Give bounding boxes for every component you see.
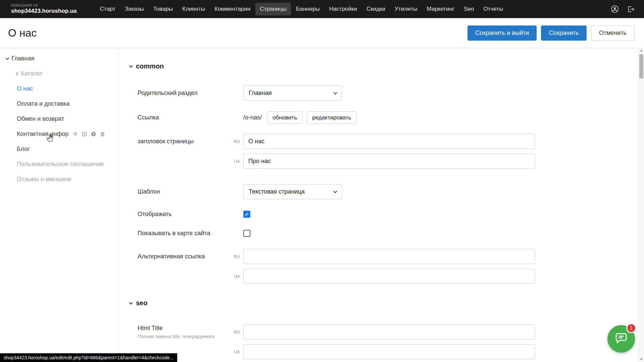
browser-status-link: shop34423.horoshop.ua/edit/edit.php?id=6… xyxy=(0,353,177,362)
parent-section-value: Главная xyxy=(249,90,272,97)
edit-link-button[interactable]: редактировать xyxy=(307,111,356,124)
sidebar-item-polzovatelskoe-soglashenie[interactable]: Пользовательское соглашение xyxy=(0,157,118,172)
html-title-label-block: Html Title Полная замена title, генериру… xyxy=(138,325,232,339)
field-page-title-ua: UA xyxy=(138,154,638,169)
save-and-exit-button[interactable]: Сохранить и выйти xyxy=(467,25,537,41)
page-header: О нас Сохранить и выйти Сохранить Отмени… xyxy=(0,18,644,48)
sidebar-item-label: О нас xyxy=(17,85,33,92)
chat-bubble-icon xyxy=(614,331,628,346)
alt-link-label: Альтернативная ссылка xyxy=(138,253,232,260)
chevron-down-icon xyxy=(129,301,133,304)
sidebar-item-otzyvy-o-magazine[interactable]: Отзывы о магазине xyxy=(0,172,118,187)
sidebar-item-label: Каталог xyxy=(21,70,43,77)
html-title-ru-input[interactable] xyxy=(243,324,535,340)
logout-icon[interactable] xyxy=(627,5,635,13)
delete-trash-icon[interactable] xyxy=(100,131,105,137)
sidebar-item-obmen-vozvrat[interactable]: Обмен и возврат xyxy=(0,111,118,126)
html-title-ua-input[interactable] xyxy=(243,344,535,359)
lang-badge-ru: RU xyxy=(232,329,243,334)
sidebar-item-o-nas[interactable]: О нас xyxy=(0,81,118,96)
sidebar-item-label: Обмен и возврат xyxy=(17,115,64,122)
refresh-link-button[interactable]: обновить xyxy=(267,111,302,124)
sidebar-item-katalog[interactable]: Каталог xyxy=(0,66,118,81)
menu-item-marketing[interactable]: Маркетинг xyxy=(423,3,459,15)
section-seo-toggle[interactable]: seo xyxy=(130,299,638,307)
add-page-icon[interactable] xyxy=(82,131,87,137)
menu-item-reports[interactable]: Отчеты xyxy=(479,3,507,15)
field-sitemap: Показывать в карте сайта xyxy=(138,230,638,237)
template-value: Текстовая страница xyxy=(249,188,305,195)
logo-domain-label: shop34423.horoshop.ua xyxy=(11,8,77,14)
top-nav-bar: HOROSHOP V4 shop34423.horoshop.ua Старт … xyxy=(0,0,644,18)
page-edit-form: common Родительский раздел Главная Ссылк… xyxy=(119,48,638,362)
sidebar-item-label: Пользовательское соглашение xyxy=(17,161,104,168)
page-title-ua-input[interactable] xyxy=(243,154,535,169)
field-template: Шаблон Текстовая страница xyxy=(138,184,638,199)
page-title-ru-input[interactable] xyxy=(243,134,535,149)
section-seo-title: seo xyxy=(136,299,147,307)
template-select[interactable]: Текстовая страница xyxy=(243,184,342,199)
page-title: О нас xyxy=(8,27,37,39)
menu-item-settings[interactable]: Настройки xyxy=(325,3,361,15)
alt-link-ru-input[interactable] xyxy=(243,249,535,264)
sidebar-item-blog[interactable]: Блог xyxy=(0,142,118,157)
pages-tree-sidebar: Главная Каталог О нас Оплата и доставка … xyxy=(0,48,118,362)
menu-item-comments[interactable]: Комментарии xyxy=(210,3,255,15)
expand-chevron-down-icon[interactable] xyxy=(3,58,11,59)
field-parent-section: Родительский раздел Главная xyxy=(138,86,638,101)
menu-item-pages[interactable]: Страницы xyxy=(255,3,291,15)
sidebar-item-label: Главная xyxy=(11,55,35,62)
sidebar-item-label: Контактная инфор xyxy=(17,131,68,138)
content-top-shadow xyxy=(0,48,638,49)
sitemap-label: Показывать в карте сайта xyxy=(138,230,232,237)
lang-badge-ua: UA xyxy=(232,159,243,164)
user-account-icon[interactable] xyxy=(611,5,619,13)
field-display: Отображать ✓ xyxy=(138,211,638,218)
sidebar-item-oplata-dostavka[interactable]: Оплата и доставка xyxy=(0,96,118,111)
lang-badge-ru: RU xyxy=(232,139,243,144)
section-common-title: common xyxy=(136,62,164,70)
tree-row-actions xyxy=(72,131,105,137)
lang-badge-ua: UA xyxy=(232,274,243,279)
cancel-button[interactable]: Отменить xyxy=(591,25,635,41)
header-buttons: Сохранить и выйти Сохранить Отменить xyxy=(467,25,635,41)
sidebar-item-glavnaya[interactable]: Главная xyxy=(0,51,118,66)
html-title-hint: Полная замена title, генерируемого xyxy=(138,334,232,339)
menu-item-discounts[interactable]: Скидки xyxy=(362,3,390,15)
chevron-down-icon xyxy=(333,189,337,193)
scroll-up-arrow-icon[interactable]: ▲ xyxy=(639,48,644,53)
scrollbar-thumb[interactable] xyxy=(639,54,643,79)
field-page-title-ru: заголовок страницы RU xyxy=(138,134,638,149)
menu-item-seo[interactable]: Seo xyxy=(459,3,478,15)
main-menu: Старт Заказы Товары Клиенты Комментарии … xyxy=(96,3,607,15)
app-logo[interactable]: HOROSHOP V4 shop34423.horoshop.ua xyxy=(11,4,77,14)
field-alt-link-ua: UA xyxy=(138,269,638,284)
parent-section-select[interactable]: Главная xyxy=(243,86,342,101)
menu-item-banners[interactable]: Баннеры xyxy=(292,3,324,15)
field-html-title-ua: UA xyxy=(138,344,638,359)
menu-item-clients[interactable]: Клиенты xyxy=(178,3,209,15)
settings-gear-icon[interactable] xyxy=(91,131,96,137)
field-html-title-ru: Html Title Полная замена title, генериру… xyxy=(138,324,638,340)
link-label: Ссылка xyxy=(138,114,232,121)
menu-item-products[interactable]: Товары xyxy=(149,3,177,15)
scroll-down-arrow-icon[interactable]: ▼ xyxy=(639,357,644,362)
sidebar-item-kontaktnaya-informaciya[interactable]: Контактная инфор xyxy=(0,126,118,142)
menu-item-start[interactable]: Старт xyxy=(96,3,120,15)
chevron-down-icon xyxy=(333,91,337,94)
display-label: Отображать xyxy=(138,211,232,218)
menu-item-orders[interactable]: Заказы xyxy=(120,3,148,15)
vertical-scrollbar[interactable]: ▲ ▼ xyxy=(638,48,644,362)
alt-link-ua-input[interactable] xyxy=(243,269,535,284)
sitemap-checkbox[interactable] xyxy=(243,230,250,237)
chat-widget-button[interactable]: 1 xyxy=(607,325,635,353)
menu-item-utilities[interactable]: Утилиты xyxy=(390,3,422,15)
save-button[interactable]: Сохранить xyxy=(541,25,586,41)
sidebar-item-label: Отзывы о магазине xyxy=(17,176,71,183)
display-checkbox[interactable]: ✓ xyxy=(243,211,250,218)
expand-chevron-right-icon[interactable] xyxy=(13,72,21,75)
topbar-actions xyxy=(611,5,635,13)
html-title-label: Html Title xyxy=(138,325,232,332)
section-common-toggle[interactable]: common xyxy=(130,62,638,70)
move-icon[interactable] xyxy=(72,131,78,137)
